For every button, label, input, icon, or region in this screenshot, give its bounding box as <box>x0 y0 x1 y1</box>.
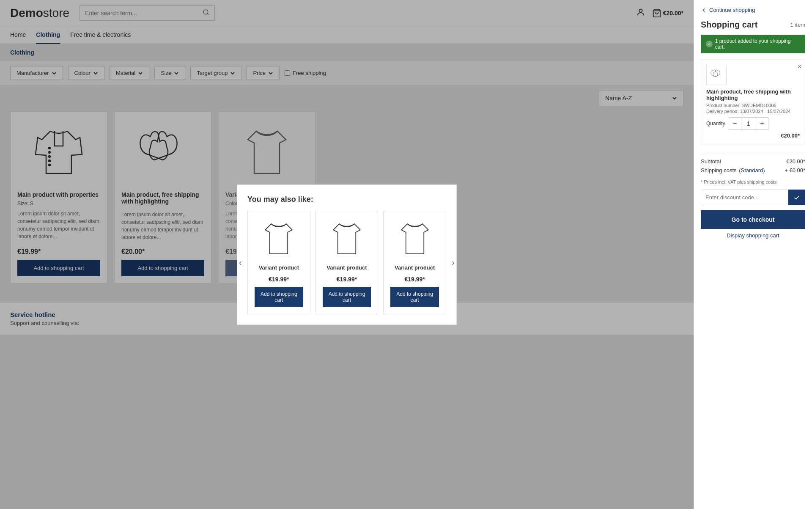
modal-product-price-2: €19.99* <box>337 276 357 283</box>
cart-back-label: Continue shopping <box>709 7 755 13</box>
modal: You may also like: ‹ Variant <box>237 184 457 325</box>
modal-add-to-cart-1[interactable]: Add to shopping cart <box>255 287 303 307</box>
quantity-increase-button[interactable]: + <box>756 118 768 129</box>
cart-sidebar: Continue shopping Shopping cart 1 item ✓… <box>694 0 812 509</box>
modal-product-image-1 <box>255 218 303 260</box>
quantity-decrease-button[interactable]: − <box>729 118 741 129</box>
modal-product-image-3 <box>390 218 439 260</box>
checkout-button[interactable]: Go to checkout <box>701 210 805 229</box>
cart-item-image <box>706 65 727 85</box>
cart-summary: Subtotal €20.00* Shipping costs (Standar… <box>701 153 805 176</box>
quantity-value: 1 <box>741 118 756 129</box>
cart-subtotal-value: €20.00* <box>786 158 805 165</box>
cart-item-price: €20.00* <box>706 132 800 139</box>
cart-item-delivery: Delivery period: 13/07/2024 - 15/07/2024 <box>706 109 800 114</box>
discount-row <box>701 190 805 205</box>
modal-product-name-2: Variant product <box>326 264 367 271</box>
modal-overlay: You may also like: ‹ Variant <box>0 0 694 509</box>
cart-back-link[interactable]: Continue shopping <box>701 7 805 13</box>
discount-apply-button[interactable] <box>788 190 805 205</box>
modal-product-1: Variant product €19.99* Add to shopping … <box>247 211 310 314</box>
cart-item: × Main product, free shipping with highl… <box>701 59 805 144</box>
cart-success-message: 1 product added to your shopping cart. <box>715 38 800 50</box>
modal-product-price-3: €19.99* <box>405 276 425 283</box>
cart-item-name: Main product, free shipping with highlig… <box>706 88 800 101</box>
success-icon: ✓ <box>706 41 713 47</box>
cart-item-count: 1 item <box>790 22 805 28</box>
modal-product-price-1: €19.99* <box>269 276 289 283</box>
cart-shipping-row: Shipping costs (Standard) + €0.00* <box>701 167 805 173</box>
cart-quantity-row: Quantity − 1 + <box>706 117 800 130</box>
modal-product-3: Variant product €19.99* Add to shopping … <box>383 211 446 314</box>
modal-products: Variant product €19.99* Add to shopping … <box>247 211 446 314</box>
modal-add-to-cart-2[interactable]: Add to shopping cart <box>323 287 371 307</box>
cart-subtotal-label: Subtotal <box>701 158 721 165</box>
cart-title: Shopping cart <box>701 20 757 30</box>
view-cart-link[interactable]: Display shopping cart <box>701 232 805 239</box>
discount-input[interactable] <box>701 190 788 205</box>
modal-product-2: Variant product €19.99* Add to shopping … <box>315 211 379 314</box>
cart-success-banner: ✓ 1 product added to your shopping cart. <box>701 35 805 53</box>
modal-prev-button[interactable]: ‹ <box>239 258 242 267</box>
modal-next-button[interactable]: › <box>452 258 455 267</box>
cart-shipping-value: + €0.00* <box>785 167 805 173</box>
quantity-control: − 1 + <box>729 117 768 130</box>
modal-product-name-3: Variant product <box>395 264 435 271</box>
cart-item-close-button[interactable]: × <box>798 63 801 71</box>
cart-shipping-label: Shipping costs (Standard) <box>701 167 765 173</box>
modal-title: You may also like: <box>247 195 446 204</box>
modal-product-image-2 <box>323 218 371 260</box>
modal-add-to-cart-3[interactable]: Add to shopping cart <box>390 287 439 307</box>
cart-title-row: Shopping cart 1 item <box>701 20 805 30</box>
cart-vat-note: * Prices incl. VAT plus shipping costs <box>701 179 805 184</box>
cart-item-sku: Product number: SWDEMO10006 <box>706 103 800 108</box>
cart-subtotal-row: Subtotal €20.00* <box>701 158 805 165</box>
cart-quantity-label: Quantity <box>706 121 725 127</box>
modal-product-name-1: Variant product <box>259 264 299 271</box>
